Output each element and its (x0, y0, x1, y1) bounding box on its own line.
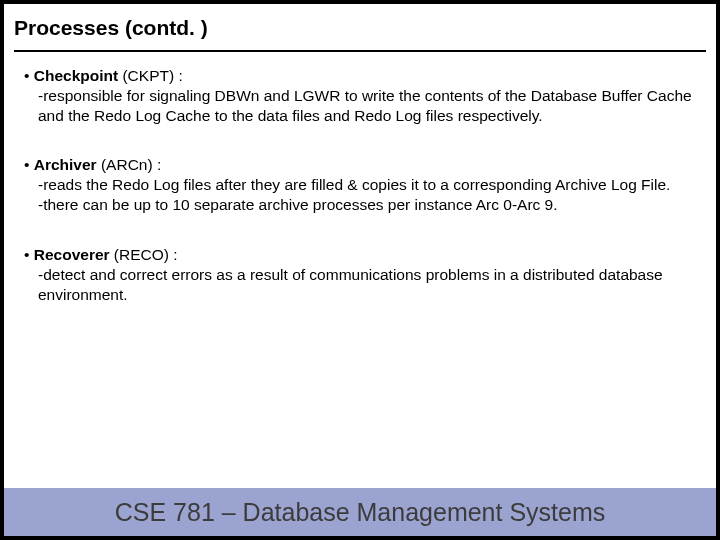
bullet-bold: Archiver (34, 156, 97, 173)
title-area: Processes (contd. ) (4, 4, 716, 46)
bullet-rest: (ARCn) : (97, 156, 162, 173)
slide: Processes (contd. ) Checkpoint (CKPT) : … (4, 4, 716, 536)
bullet-detail: -responsible for signaling DBWn and LGWR… (24, 86, 698, 126)
footer-text: CSE 781 – Database Management Systems (115, 498, 606, 527)
bullet-bold: Checkpoint (34, 67, 118, 84)
footer-bar: CSE 781 – Database Management Systems (4, 488, 716, 536)
slide-title: Processes (contd. ) (14, 16, 706, 40)
bullet-item: Recoverer (RECO) : -detect and correct e… (24, 245, 698, 304)
bullet-lead: Archiver (ARCn) : (24, 155, 698, 175)
bullet-item: Checkpoint (CKPT) : -responsible for sig… (24, 66, 698, 125)
bullet-detail: -there can be up to 10 separate archive … (24, 195, 698, 215)
bullet-rest: (CKPT) : (118, 67, 183, 84)
bullet-item: Archiver (ARCn) : -reads the Redo Log fi… (24, 155, 698, 214)
bullet-lead: Checkpoint (CKPT) : (24, 66, 698, 86)
bullet-rest: (RECO) : (110, 246, 178, 263)
content-area: Checkpoint (CKPT) : -responsible for sig… (4, 52, 716, 304)
bullet-detail: -reads the Redo Log files after they are… (24, 175, 698, 195)
bullet-lead: Recoverer (RECO) : (24, 245, 698, 265)
bullet-detail: -detect and correct errors as a result o… (24, 265, 698, 305)
bullet-bold: Recoverer (34, 246, 110, 263)
